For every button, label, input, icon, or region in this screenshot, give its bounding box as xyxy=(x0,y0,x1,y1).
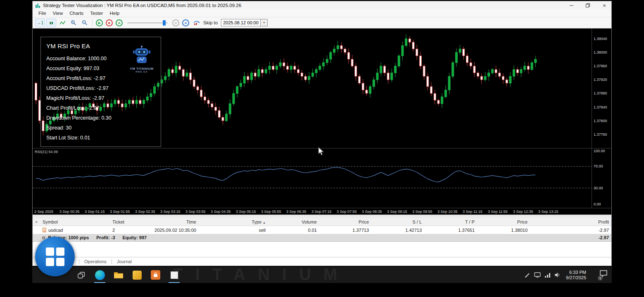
header-ticket[interactable]: Ticket xyxy=(110,219,147,224)
minimize-icon xyxy=(570,5,573,6)
candle-body xyxy=(218,111,220,118)
header-profit[interactable]: Profit xyxy=(530,219,611,224)
edge-icon xyxy=(95,270,105,280)
price-axis-label: 1.37960 xyxy=(594,64,607,68)
file-explorer-button[interactable] xyxy=(109,267,128,283)
minimize-button[interactable] xyxy=(564,1,578,9)
candle-body xyxy=(463,49,465,56)
monitor-icon[interactable] xyxy=(534,272,541,278)
header-price[interactable]: Price xyxy=(319,219,371,224)
candle-body xyxy=(383,66,385,73)
slider-track xyxy=(127,22,168,24)
candle-body xyxy=(452,63,454,76)
candle-body xyxy=(455,52,457,63)
menu-tester[interactable]: Tester xyxy=(87,10,106,16)
candle-body xyxy=(430,87,433,94)
candle-body xyxy=(499,73,501,76)
header-symbol[interactable]: Symbol xyxy=(40,219,110,224)
task-view-button[interactable] xyxy=(72,267,90,283)
header-close-price[interactable]: Price xyxy=(477,219,530,224)
start-button[interactable] xyxy=(35,237,75,276)
time-axis-label: 3 Sep 03:15 xyxy=(160,210,181,214)
candle-body xyxy=(513,69,515,76)
edge-browser-button[interactable] xyxy=(90,267,109,283)
skip-button[interactable] xyxy=(191,19,201,27)
candle-body xyxy=(535,59,537,63)
close-price-value: 1.38010 xyxy=(477,228,530,233)
rsi-indicator-label: RSI(21) 54.09 xyxy=(35,150,58,154)
rsi-pane: RSI(21) 54.09 100.0070.0030.000.00 xyxy=(33,148,611,208)
speed-slider[interactable] xyxy=(127,19,168,26)
pause-button[interactable]: ▮▮ xyxy=(46,19,56,27)
candle-body xyxy=(402,45,404,56)
rsi-chart-svg[interactable] xyxy=(33,148,592,207)
task-view-icon xyxy=(78,272,85,278)
date-dropdown-button[interactable]: ▼ xyxy=(260,19,267,26)
zoom-out-button[interactable] xyxy=(80,19,90,27)
candle-body xyxy=(190,73,192,80)
restore-button[interactable] xyxy=(581,1,595,9)
title-bar: Strategy Tester Visualization : YM RSI P… xyxy=(33,1,611,9)
ea-logo-subtitle: PRO EA xyxy=(127,71,157,73)
step-icon: →1 xyxy=(36,20,43,25)
candle-body xyxy=(466,56,468,63)
yellow-app-button[interactable] xyxy=(128,267,146,283)
candle-body xyxy=(359,76,361,83)
time-axis-label: 3 Sep 09:15 xyxy=(387,210,407,214)
play-button[interactable]: ▶ xyxy=(96,19,103,26)
symbol-value: usdcad xyxy=(48,228,63,233)
shopping-bag-icon xyxy=(153,272,158,278)
step-forward-button[interactable]: →1 xyxy=(35,19,45,27)
network-icon[interactable] xyxy=(544,273,551,278)
store-button[interactable] xyxy=(146,267,165,283)
price-axis-label: 1.37800 xyxy=(594,119,607,123)
header-type[interactable]: Type▲ xyxy=(199,219,268,224)
close-button[interactable]: × xyxy=(597,1,611,9)
slider-thumb[interactable] xyxy=(163,20,166,26)
candle-body xyxy=(369,87,371,94)
trade-row[interactable]: usdcad 2 2025.09.02 10:35:00 sell 0.01 1… xyxy=(33,226,611,234)
menu-help[interactable]: Help xyxy=(106,10,123,16)
candle-body xyxy=(531,63,533,70)
candle-body xyxy=(233,93,235,104)
zoom-in-button[interactable] xyxy=(69,19,78,27)
pen-icon[interactable] xyxy=(525,272,530,278)
menu-charts[interactable]: Charts xyxy=(66,10,87,16)
skip-date-input[interactable] xyxy=(221,19,260,26)
menu-view[interactable]: View xyxy=(50,10,67,16)
candle-body xyxy=(434,93,436,100)
tab-journal[interactable]: Journal xyxy=(112,259,137,264)
running-app-button[interactable] xyxy=(165,267,183,283)
rewind-button[interactable]: « xyxy=(116,19,123,26)
taskbar-clock[interactable]: 6:33 PM 9/27/2025 xyxy=(566,270,586,280)
notification-center-button[interactable]: 1 xyxy=(599,269,608,280)
bottom-tabs: Operations Journal xyxy=(33,257,611,266)
candle-body xyxy=(376,73,378,80)
zigzag-tool-button[interactable] xyxy=(57,19,67,27)
header-tp[interactable]: T / P xyxy=(424,219,477,224)
candle-body xyxy=(304,76,307,80)
header-volume[interactable]: Volume xyxy=(268,219,319,224)
ea-line-symbol-pl: USDCAD Profit/Loss: -2.97 xyxy=(46,83,161,93)
panel-splitter[interactable] xyxy=(33,214,611,218)
ea-line-account-pl: Account Profit/Loss: -2.97 xyxy=(46,73,161,83)
candle-body xyxy=(308,76,310,80)
close-panel-button[interactable]: × xyxy=(33,220,40,224)
time-axis-label: 3 Sep 01:55 xyxy=(110,210,130,214)
candle-body xyxy=(226,114,228,121)
skip-to-end-button[interactable]: » xyxy=(182,19,189,26)
stop-button[interactable]: ■ xyxy=(106,19,113,26)
header-time[interactable]: Time xyxy=(147,219,199,224)
header-sl[interactable]: S / L xyxy=(371,219,424,224)
candle-body xyxy=(423,66,425,76)
time-axis-label: 3 Sep 06:35 xyxy=(286,210,307,214)
candle-body xyxy=(448,76,450,90)
time-axis-label: 3 Sep 05:15 xyxy=(236,210,256,214)
candle-body xyxy=(340,45,342,49)
zigzag-icon xyxy=(59,20,66,25)
tab-operations[interactable]: Operations xyxy=(79,259,112,264)
volume-icon[interactable] xyxy=(554,272,561,278)
skip-end-icon: » xyxy=(184,20,187,25)
time-axis-label: 3 Sep 10:35 xyxy=(437,210,458,214)
menu-file[interactable]: File xyxy=(35,10,50,16)
